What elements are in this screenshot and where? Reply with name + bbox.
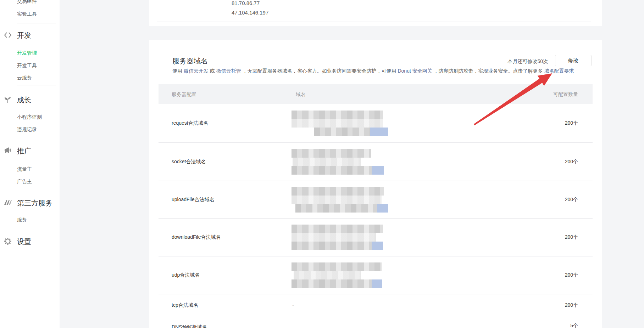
count-value: 200个 [565,197,578,203]
sidebar-item-violation-record[interactable]: 违规记录 [17,126,37,133]
sidebar-section-growth[interactable]: 成长 [17,95,31,105]
link-wechat-cloud-hosting[interactable]: 微信云托管 [216,68,241,74]
count-value: 200个 [565,234,578,241]
server-domain-card: 服务器域名 本月还可修改50次 修改 使用 微信云开发 或 微信云托管 ，无需配… [149,40,602,328]
count-value: 200个 [565,120,578,126]
row-divider [157,22,591,22]
table-row: downloadFile合法域名 200个 [159,219,593,256]
sidebar-section-settings[interactable]: 设置 [17,237,31,247]
sidebar-divider [17,229,56,229]
col-header-domain: 域名 [296,91,306,98]
description: 使用 微信云开发 或 微信云托管 ，无需配置服务器域名，省心省力。如业务访问需要… [172,68,574,74]
desc-text: ，无需配置服务器域名，省心省力。如业务访问需要安全防护，可使用 [241,68,398,74]
sidebar-item-trade-component[interactable]: 交易组件 [17,0,37,5]
domain-empty-dash: - [292,302,294,308]
sidebar-divider [17,23,56,23]
link-donut-gateway[interactable]: Donut 安全网关 [398,68,432,74]
page-title: 服务器域名 [172,56,208,66]
sidebar-item-cloud-service[interactable]: 云服务 [17,75,32,81]
count-value: 5个 [570,323,578,328]
sidebar-item-dev-tools[interactable]: 开发工具 [17,63,37,69]
desc-text: ，防爬防刷防攻击，实现业务安全。点击了解更多 [432,68,544,74]
redacted-domain-block [292,225,383,250]
ip-address: 81.70.86.77 [232,0,260,6]
sidebar-divider [17,139,56,139]
table-row: uploadFile合法域名 200个 [159,181,593,219]
redacted-domain-block [292,262,382,288]
link-domain-config-requirements[interactable]: 域名配置要求 [544,68,574,74]
config-name: tcp合法域名 [172,302,198,309]
redacted-domain-block [292,187,388,213]
table-header: 服务器配置 域名 可配置数量 [159,84,593,104]
domain-table: 服务器配置 域名 可配置数量 request合法域名 200个 socket合法… [159,84,593,328]
sidebar-item-traffic-owner[interactable]: 流量主 [17,166,32,173]
table-row: tcp合法域名 - 200个 [159,294,593,316]
config-name: request合法域名 [172,120,208,126]
config-name: downloadFile合法域名 [172,234,221,241]
code-icon [4,31,12,39]
redacted-domain-block [292,111,388,136]
sprout-icon [4,95,12,104]
col-header-server-config: 服务器配置 [172,91,196,98]
top-card: 81.70.86.77 47.104.146.197 [149,0,602,26]
col-header-configurable-count: 可配置数量 [553,91,578,98]
count-value: 200个 [565,272,578,278]
sidebar-section-third-party[interactable]: 第三方服务 [17,198,52,208]
sidebar: 交易组件 实验工具 开发 开发管理 开发工具 云服务 成长 小程序评测 违规记录… [0,0,60,328]
sidebar-divider [17,85,56,85]
quota-note: 本月还可修改50次 [507,58,548,65]
megaphone-icon [4,146,12,155]
table-row: DNS预解析域名 5个 [159,316,593,328]
config-name: udp合法域名 [172,272,200,278]
sidebar-section-promo[interactable]: 推广 [17,146,31,156]
desc-text: 使用 [172,68,184,74]
redacted-domain-block [292,149,384,175]
third-party-w-icon [4,198,12,207]
desc-text: 或 [209,68,216,74]
sidebar-section-dev[interactable]: 开发 [17,31,31,40]
table-row: request合法域名 200个 [159,104,593,143]
table-row: udp合法域名 200个 [159,256,593,294]
link-wechat-cloud-dev[interactable]: 微信云开发 [184,68,209,74]
sidebar-item-dev-manage[interactable]: 开发管理 [17,50,37,56]
gear-icon [4,237,12,245]
config-name: socket合法域名 [172,159,206,165]
config-name: uploadFile合法域名 [172,197,215,203]
sidebar-item-advertiser[interactable]: 广告主 [17,179,32,185]
table-row: socket合法域名 200个 [159,143,593,181]
sidebar-item-service[interactable]: 服务 [17,217,27,223]
count-value: 200个 [565,302,578,309]
sidebar-divider [17,190,56,190]
sidebar-item-mini-eval[interactable]: 小程序评测 [17,114,42,120]
count-value: 200个 [565,159,578,165]
modify-button[interactable]: 修改 [555,55,592,66]
sidebar-item-lab-tools[interactable]: 实验工具 [17,11,37,17]
ip-address: 47.104.146.197 [232,10,268,16]
config-name: DNS预解析域名 [172,324,207,328]
